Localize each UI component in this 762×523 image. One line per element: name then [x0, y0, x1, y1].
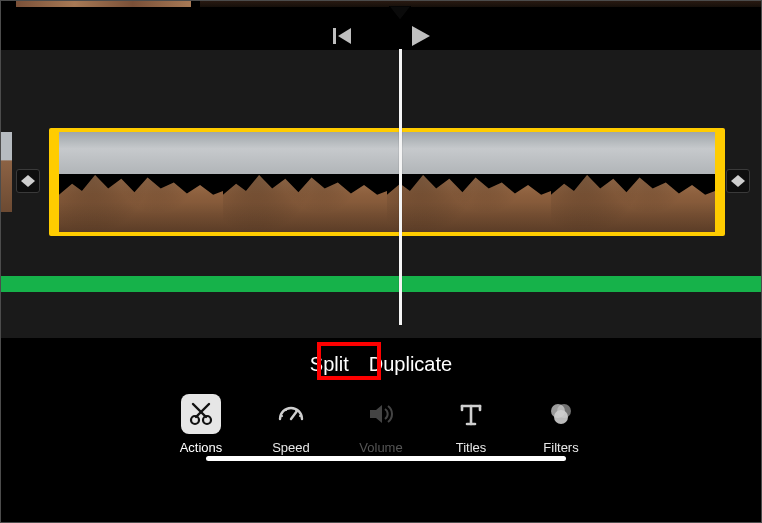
- svg-marker-7: [738, 175, 745, 187]
- speaker-icon: [361, 394, 401, 434]
- clip-context-actions: Split Duplicate: [0, 344, 762, 384]
- gauge-icon: [271, 394, 311, 434]
- clip-trim-right[interactable]: [715, 132, 721, 232]
- preview-thumb: [16, 0, 191, 7]
- filters-tool[interactable]: Filters: [533, 394, 589, 455]
- svg-marker-5: [28, 175, 35, 187]
- volume-tool: Volume: [353, 394, 409, 455]
- speed-tool[interactable]: Speed: [263, 394, 319, 455]
- svg-point-17: [299, 415, 301, 417]
- tool-label: Titles: [456, 440, 487, 455]
- toolbar-scroll-indicator[interactable]: [206, 456, 566, 461]
- filters-icon: [541, 394, 581, 434]
- play-button[interactable]: [407, 23, 433, 49]
- svg-marker-6: [731, 175, 738, 187]
- audio-track[interactable]: [0, 276, 762, 292]
- svg-point-13: [281, 415, 283, 417]
- edit-toolbar: Actions Speed Volume Titles Filters: [0, 388, 762, 480]
- svg-point-15: [290, 407, 292, 409]
- svg-rect-1: [333, 28, 336, 44]
- clip-thumb: [551, 132, 715, 232]
- clip-thumb: [387, 132, 551, 232]
- text-icon: [451, 394, 491, 434]
- scissors-icon: [181, 394, 221, 434]
- timeline[interactable]: [0, 50, 762, 338]
- preview-sliver: [0, 0, 762, 9]
- transition-end-icon[interactable]: [726, 169, 750, 193]
- titles-tool[interactable]: Titles: [443, 394, 499, 455]
- tool-label: Filters: [543, 440, 578, 455]
- clip-thumb: [59, 132, 223, 232]
- svg-marker-3: [412, 26, 430, 46]
- tool-label: Actions: [180, 440, 223, 455]
- svg-marker-18: [370, 405, 382, 423]
- svg-marker-4: [21, 175, 28, 187]
- svg-line-12: [291, 411, 297, 419]
- clip-thumb: [223, 132, 387, 232]
- duplicate-button[interactable]: Duplicate: [367, 351, 454, 378]
- playback-controls: [0, 22, 762, 50]
- svg-point-14: [285, 409, 287, 411]
- selected-clip[interactable]: [49, 128, 725, 236]
- preview-rest: [200, 0, 762, 7]
- clip-thumbnails: [59, 132, 715, 232]
- tool-label: Volume: [359, 440, 402, 455]
- tool-label: Speed: [272, 440, 310, 455]
- svg-marker-2: [338, 28, 351, 44]
- actions-tool[interactable]: Actions: [173, 394, 229, 455]
- svg-point-26: [554, 410, 568, 424]
- imovie-editor: { "playback": { "prev_label": "previous-…: [0, 0, 762, 523]
- adjacent-clip[interactable]: [0, 132, 12, 212]
- split-button[interactable]: Split: [308, 351, 351, 378]
- svg-point-16: [295, 409, 297, 411]
- transition-start-icon[interactable]: [16, 169, 40, 193]
- skip-start-button[interactable]: [329, 23, 355, 49]
